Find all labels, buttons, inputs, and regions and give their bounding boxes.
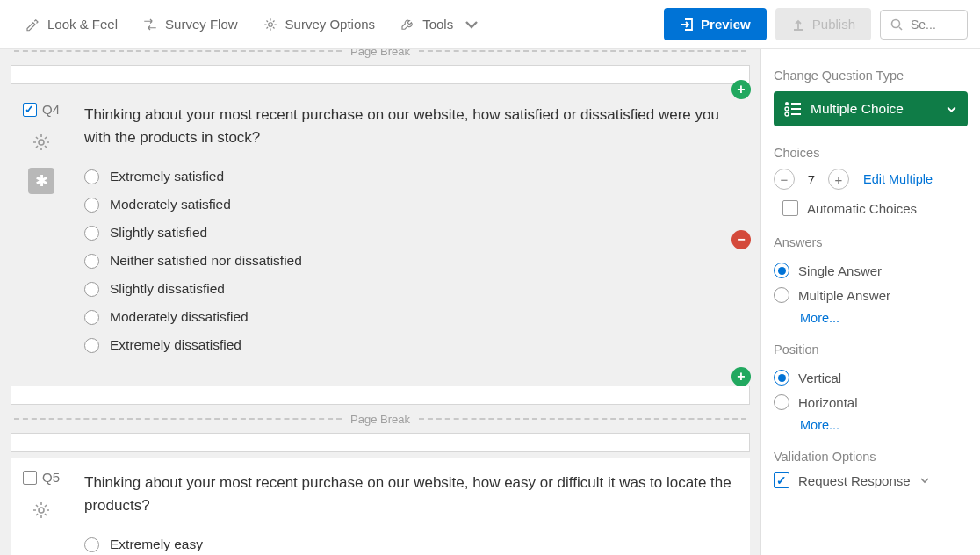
choice-label: Moderately satisfied [110,197,231,213]
preview-button[interactable]: Preview [664,8,767,40]
page-break-label: Page Break [347,413,414,426]
radio-icon [84,537,99,552]
page-break-mid: Page Break [9,410,752,428]
radio-icon [774,287,789,303]
position-heading: Position [774,342,968,357]
publish-button[interactable]: Publish [775,8,871,40]
answers-single-label: Single Answer [798,263,882,278]
gear-icon [31,132,52,153]
svg-point-4 [785,102,789,105]
block-spacer-mid2 [11,433,750,452]
answers-multiple-option[interactable]: Multiple Answer [774,283,968,307]
svg-point-2 [39,140,44,145]
question-settings-button[interactable] [28,497,54,523]
add-question-above-button[interactable]: + [731,80,751,99]
position-vertical-label: Vertical [798,371,841,386]
choice-row[interactable]: Extremely dissatisfied [84,331,732,359]
choice-row[interactable]: Slightly satisfied [84,219,732,247]
survey-flow-button[interactable]: Survey Flow [130,11,250,38]
publish-label: Publish [812,17,855,32]
look-feel-button[interactable]: Look & Feel [12,11,130,38]
radio-icon [774,263,789,278]
question-q5[interactable]: Q5 Thinking about your most recent purch… [11,458,750,555]
choice-row[interactable]: Moderately dissatisfied [84,303,732,331]
page-break-label: Page Break [347,49,414,58]
block-spacer-mid1 [11,386,750,405]
radio-icon [84,254,99,269]
tools-button[interactable]: Tools [387,11,492,38]
chevron-down-icon [919,475,930,486]
change-type-heading: Change Question Type [774,68,968,83]
question-type-label: Multiple Choice [811,101,937,117]
question-settings-sidebar: Change Question Type Multiple Choice Cho… [760,49,980,555]
choice-row[interactable]: Slightly dissatisfied [84,275,732,303]
search-input[interactable]: Se... [880,10,968,40]
answers-more-link[interactable]: More... [800,311,839,325]
svg-point-0 [268,22,272,26]
choice-label: Extremely easy [110,537,203,552]
preview-label: Preview [701,17,751,32]
question-settings-button[interactable] [28,129,54,155]
survey-options-label: Survey Options [285,17,376,32]
question-text[interactable]: Thinking about your most recent purchase… [84,104,732,148]
answers-heading: Answers [774,235,968,249]
question-text[interactable]: Thinking about your most recent purchase… [84,472,732,516]
radio-icon [774,370,789,386]
question-required-badge[interactable]: ✱ [28,168,54,194]
request-response-row[interactable]: Request Response [774,472,968,488]
position-horizontal-option[interactable]: Horizontal [774,390,968,414]
answers-single-option[interactable]: Single Answer [774,258,968,283]
question-body: Thinking about your most recent purchase… [72,90,750,377]
question-left-rail: Q5 [11,458,72,555]
choices-decrement-button[interactable]: − [774,169,795,190]
radio-icon [84,338,99,353]
validation-heading: Validation Options [774,450,968,464]
request-response-label: Request Response [798,473,911,488]
choice-row[interactable]: Neither satisfied nor dissatisfied [84,247,732,275]
automatic-choices-checkbox[interactable] [782,200,798,216]
choices-count: 7 [803,172,819,187]
delete-question-button[interactable]: − [731,230,751,249]
question-q4[interactable]: + − + Q4 ✱ Thinking about your most rece… [11,90,750,377]
choice-label: Extremely satisfied [110,169,224,184]
choice-label: Neither satisfied nor dissatisfied [110,253,302,269]
edit-multiple-link[interactable]: Edit Multiple [863,172,933,186]
gear-icon [31,500,52,521]
request-response-checkbox[interactable] [774,472,789,488]
question-checkbox[interactable] [23,103,37,117]
page-break-top: Page Break [9,49,752,60]
svg-point-3 [39,508,44,513]
search-placeholder: Se... [911,18,936,32]
choice-row[interactable]: Extremely satisfied [84,162,732,191]
automatic-choices-label: Automatic Choices [807,201,917,216]
wrench-icon [400,17,415,32]
radio-icon [84,310,99,325]
position-more-link[interactable]: More... [800,418,839,432]
question-selector[interactable]: Q4 [23,102,60,117]
position-vertical-option[interactable]: Vertical [774,365,968,390]
question-checkbox[interactable] [23,471,37,485]
choice-row[interactable]: Extremely easy [84,530,732,555]
question-left-rail: Q4 ✱ [11,90,72,377]
survey-options-button[interactable]: Survey Options [250,11,388,38]
choice-row[interactable]: Moderately satisfied [84,191,732,219]
position-horizontal-label: Horizontal [798,395,858,410]
export-icon [680,18,694,32]
multiple-choice-icon [784,101,802,117]
svg-rect-9 [791,113,801,115]
svg-point-1 [892,19,900,27]
question-id-label: Q5 [42,470,60,485]
automatic-choices-row[interactable]: Automatic Choices [782,200,968,216]
question-type-select[interactable]: Multiple Choice [774,91,968,126]
radio-icon [774,394,789,410]
answers-multiple-label: Multiple Answer [798,288,890,303]
add-question-below-button[interactable]: + [731,367,751,386]
radio-icon [84,198,99,213]
choices-increment-button[interactable]: + [828,169,849,190]
question-selector[interactable]: Q5 [23,470,60,485]
svg-point-6 [785,107,789,111]
radio-icon [84,169,99,184]
svg-point-8 [785,112,789,116]
tools-label: Tools [422,17,453,32]
choice-label: Extremely dissatisfied [110,337,241,353]
